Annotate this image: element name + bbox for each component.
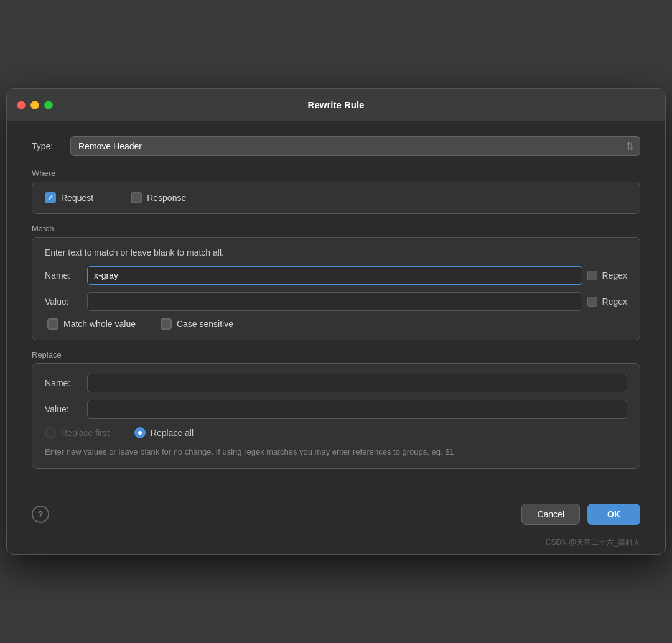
- replace-hint: Enter new values or leave blank for no c…: [45, 446, 627, 458]
- footer: ? Cancel OK: [7, 494, 665, 537]
- help-button[interactable]: ?: [32, 506, 49, 523]
- case-sensitive-label: Case sensitive: [177, 319, 233, 329]
- type-row: Type: Remove Header Add Header Modify He…: [32, 136, 640, 156]
- watermark: CSDN @天草二十六_简村人: [7, 537, 665, 554]
- type-label: Type:: [32, 141, 63, 151]
- request-checkbox[interactable]: [45, 192, 56, 203]
- where-label: Where: [32, 169, 640, 178]
- replace-name-label: Name:: [45, 378, 82, 388]
- ok-button[interactable]: OK: [587, 504, 640, 525]
- match-whole-value-row: Match whole value: [47, 318, 136, 330]
- match-whole-value-label: Match whole value: [63, 319, 136, 329]
- value-regex-label: Regex: [602, 297, 627, 307]
- match-name-label: Name:: [45, 271, 82, 280]
- main-content: Type: Remove Header Add Header Modify He…: [7, 121, 665, 494]
- replace-all-item: Replace all: [134, 427, 194, 438]
- match-options-row: Match whole value Case sensitive: [45, 318, 627, 330]
- name-regex-label: Regex: [602, 271, 627, 280]
- match-section: Match Enter text to match or leave blank…: [32, 224, 640, 340]
- response-checkbox[interactable]: [131, 192, 142, 203]
- match-name-input[interactable]: [87, 266, 582, 285]
- traffic-lights: [17, 101, 53, 109]
- replace-value-input[interactable]: [87, 400, 627, 419]
- cancel-button[interactable]: Cancel: [521, 504, 580, 525]
- replace-first-label: Replace first: [61, 428, 110, 438]
- maximize-button[interactable]: [44, 101, 53, 109]
- name-regex-checkbox[interactable]: [587, 271, 597, 280]
- response-label: Response: [147, 193, 186, 203]
- close-button[interactable]: [17, 101, 26, 109]
- type-select-container: Remove Header Add Header Modify Header ⇅: [70, 136, 640, 156]
- value-regex-checkbox[interactable]: [587, 297, 597, 307]
- replace-first-radio[interactable]: [45, 427, 56, 438]
- case-sensitive-row: Case sensitive: [161, 318, 233, 330]
- case-sensitive-checkbox[interactable]: [161, 318, 172, 330]
- where-box: Request Response: [32, 182, 640, 214]
- replace-section: Replace Name: Value: Replace first: [32, 350, 640, 469]
- replace-all-label: Replace all: [151, 428, 194, 438]
- request-label: Request: [61, 193, 93, 203]
- match-value-input[interactable]: [87, 292, 582, 311]
- match-whole-value-checkbox[interactable]: [47, 318, 58, 330]
- dialog-window: Rewrite Rule Type: Remove Header Add Hea…: [6, 88, 666, 555]
- replace-box: Name: Value: Replace first Re: [32, 363, 640, 469]
- match-label: Match: [32, 224, 640, 233]
- name-field-row: Name: Regex: [45, 266, 627, 285]
- replace-value-label: Value:: [45, 404, 82, 414]
- replace-value-field-row: Value:: [45, 400, 627, 419]
- replace-name-field-row: Name:: [45, 374, 627, 392]
- request-checkbox-row: Request: [45, 192, 93, 203]
- replace-first-item: Replace first: [45, 427, 110, 438]
- window-title: Rewrite Rule: [308, 99, 365, 110]
- value-field-row: Value: Regex: [45, 292, 627, 311]
- match-value-label: Value:: [45, 297, 82, 307]
- type-select[interactable]: Remove Header Add Header Modify Header: [70, 136, 640, 156]
- titlebar: Rewrite Rule: [7, 89, 665, 121]
- replace-all-radio[interactable]: [134, 427, 146, 438]
- replace-radio-row: Replace first Replace all: [45, 427, 627, 438]
- match-hint: Enter text to match or leave blank to ma…: [45, 247, 627, 257]
- replace-name-input[interactable]: [87, 374, 627, 392]
- replace-label: Replace: [32, 350, 640, 359]
- where-section: Where Request Response: [32, 169, 640, 214]
- minimize-button[interactable]: [30, 101, 39, 109]
- match-box: Enter text to match or leave blank to ma…: [32, 237, 640, 340]
- response-checkbox-row: Response: [131, 192, 186, 203]
- footer-buttons: Cancel OK: [521, 504, 640, 525]
